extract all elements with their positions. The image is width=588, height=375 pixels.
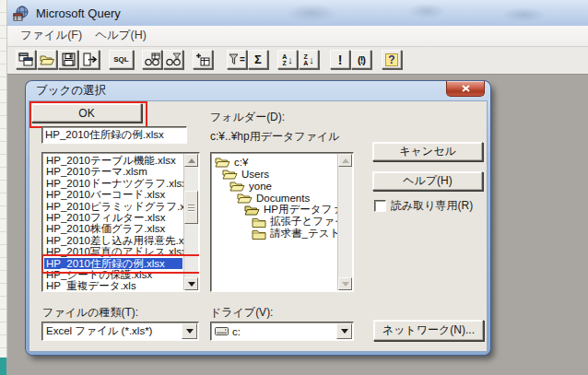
open-query-button[interactable] [37,50,57,69]
folder-label: フォルダー(D): [210,110,285,125]
file-list-item[interactable]: HP_2010バーコード.xlsx [44,189,183,200]
folder-tree-scrollbar[interactable] [337,154,352,290]
arrow-down-icon: ↓ [288,55,293,64]
menu-help[interactable]: ヘルプ(H) [89,26,154,46]
chevron-down-icon[interactable] [336,323,352,339]
database-name-input[interactable] [41,126,187,144]
desktop-edge [0,0,7,357]
new-query-button[interactable] [16,50,36,69]
folder-name: c:¥ [234,157,248,168]
file-list-item[interactable]: HP_2010差し込み用得意先.xlsx [44,235,183,246]
scroll-thumb[interactable] [184,191,198,224]
folder-name: HP用データファイル [264,204,337,216]
file-list-item[interactable]: HP_2010フィルター.xlsx [44,212,183,223]
file-type-value: Excel ファイル (*.xls*) [46,324,152,338]
add-table-button[interactable] [193,50,213,69]
view-sql-button[interactable]: SQL [109,50,134,69]
chevron-down-icon[interactable] [182,323,197,339]
sort-ascending-button[interactable]: A Z ↓ [277,50,298,69]
folder-tree: c:¥UsersyoneDocumentsHP用データファイル拡張子とファイルア… [210,152,354,292]
show-tables-button[interactable] [142,50,162,69]
cycle-totals-button[interactable]: Σ [248,50,268,69]
dialog-body: データベース名(A) フォルダー(D): c:¥..¥hp用データファイル HP… [29,100,488,352]
equals-icon: = [240,54,245,64]
drive-label: ドライブ(V): [210,305,273,321]
arrow-down-icon: ↓ [309,55,314,64]
folder-name: Users [241,169,269,180]
folder-tree-item[interactable]: Documents [213,192,337,204]
file-list-item[interactable]: HP_2010住所録の例.xlsx [44,258,182,269]
folder-tree-item[interactable]: 請求書_テストデー [213,228,337,240]
select-workbook-dialog: ブックの選択 データベース名(A) フォルダー(D): c:¥..¥hp用データ… [26,81,490,355]
window-titlebar[interactable]: Microsoft Query [7,0,588,26]
file-list-item[interactable]: HP_2010株価グラフ.xlsx [44,223,183,234]
criteria-equals-button[interactable]: = [227,50,247,69]
scroll-up-arrow-disabled [338,154,352,167]
help-toolbar-button[interactable]: ? [382,50,402,69]
file-list: HP_2010テーブル機能.xlsxHP_2010テーマ.xlsmHP_2010… [41,152,200,292]
scroll-down-arrow[interactable] [184,277,198,290]
sigma-icon: Σ [254,53,262,66]
readonly-label: 読み取り専用(R) [391,198,473,214]
folder-path: c:¥..¥hp用データファイル [210,129,339,145]
open-folder-icon [215,156,230,168]
ok-button[interactable]: OK [31,103,142,123]
folder-tree-item[interactable]: c:¥ [213,156,337,168]
menu-file[interactable]: ファイル(F) [15,26,89,46]
file-list-item[interactable]: HP_2010ピラミッドグラフ.xlsx [44,201,183,212]
help-icon: ? [385,53,397,66]
file-list-item[interactable]: HP_2010写真のアドレス.xlsx [44,246,183,257]
open-folder-icon [237,192,253,204]
sort-descending-button[interactable]: Z A ↓ [299,50,319,69]
readonly-checkbox[interactable] [374,200,386,212]
folder-tree-item[interactable]: 拡張子とファイルア [213,216,337,228]
query-now-button[interactable]: ! [330,50,350,69]
folder-name: yone [249,181,272,192]
app-icon [13,6,29,21]
close-button[interactable] [446,81,485,97]
file-list-item[interactable]: HP_2010テーブル機能.xlsx [44,155,183,166]
sort-desc-icon: Z A [303,53,308,66]
close-icon [462,85,470,92]
sql-icon: SQL [113,55,128,64]
open-folder-icon [222,168,238,180]
scroll-down-arrow-disabled [338,277,352,290]
return-data-button[interactable] [79,50,100,69]
drive-select[interactable]: c: [210,322,354,341]
file-list-item[interactable]: HP_シートの保護.xlsx [44,269,183,280]
open-folder-icon [229,180,245,192]
folder-name: 請求書_テストデー [270,228,337,240]
screen: Microsoft Query ファイル(F) ヘルプ(H) [0,0,588,375]
exclamation-icon: ! [338,53,343,67]
window-title: Microsoft Query [36,6,121,20]
menu-bar: ファイル(F) ヘルプ(H) [7,26,588,47]
toolbar: SQL [7,47,588,75]
file-list-item[interactable]: HP_2010テーマ.xlsm [44,166,183,177]
network-button[interactable]: ネットワーク(N)... [373,320,484,341]
desktop-edge-bottom [0,357,6,375]
closed-folder-icon [252,217,266,228]
dialog-titlebar[interactable]: ブックの選択 [29,81,488,100]
sort-asc-icon: A Z [282,53,287,66]
file-list-scrollbar[interactable] [183,154,198,290]
folder-tree-item[interactable]: yone [213,180,337,192]
folder-tree-item[interactable]: HP用データファイル [213,204,337,216]
cancel-button[interactable]: キャンセル [372,142,483,161]
help-button[interactable]: ヘルプ(H) [372,171,483,191]
folder-tree-item[interactable]: Users [213,168,337,180]
auto-query-icon: (!) [358,54,365,65]
open-folder-icon [244,204,260,216]
auto-query-button[interactable]: (!) [351,50,371,69]
save-query-button[interactable] [58,50,78,69]
dialog-title: ブックの選択 [36,83,106,99]
show-criteria-button[interactable] [163,50,183,69]
file-type-label: ファイルの種類(T): [42,305,138,321]
drive-value: c: [232,326,241,337]
file-list-item[interactable]: HP_重複データ.xls [44,280,183,290]
drive-icon [215,327,229,335]
file-list-item[interactable]: HP_2010ドーナツグラフ.xlsx [44,178,183,189]
readonly-checkbox-row: 読み取り専用(R) [374,198,473,214]
scroll-up-arrow[interactable] [184,154,198,167]
file-type-select[interactable]: Excel ファイル (*.xls*) [41,322,199,341]
folder-name: 拡張子とファイルア [270,216,337,228]
